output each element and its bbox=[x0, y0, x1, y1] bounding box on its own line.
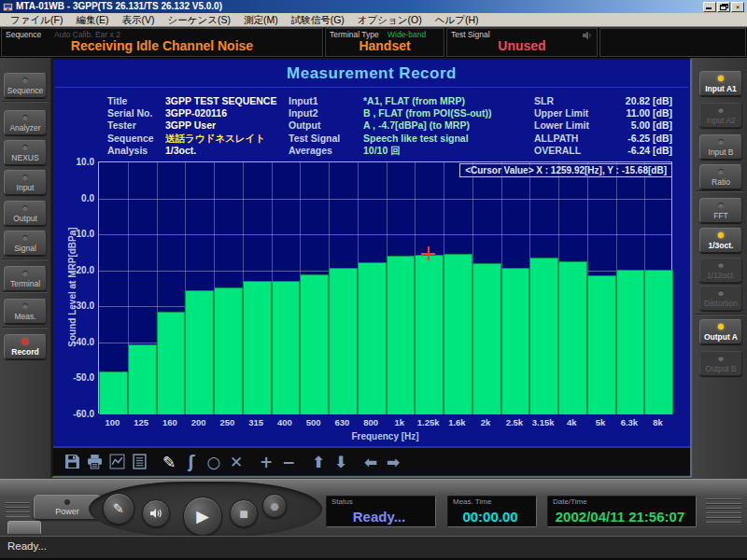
bar-5k[interactable] bbox=[587, 275, 616, 414]
close-button[interactable]: × bbox=[731, 2, 744, 12]
bar-250[interactable] bbox=[214, 287, 243, 414]
led-indicator bbox=[22, 271, 28, 276]
led-indicator bbox=[718, 139, 724, 145]
shift-down-icon[interactable]: ⬇ bbox=[330, 451, 352, 473]
menu-item-5[interactable]: 試験信号(G) bbox=[285, 13, 351, 27]
minimize-button[interactable] bbox=[703, 2, 716, 12]
menu-item-6[interactable]: オプション(O) bbox=[351, 13, 429, 27]
bar-800[interactable] bbox=[358, 262, 387, 414]
freehand-icon[interactable]: ʃ bbox=[180, 451, 203, 473]
sidebar-button-1-12oct-[interactable]: 1/12oct. bbox=[699, 258, 742, 283]
bar-2k[interactable] bbox=[472, 263, 501, 414]
stop-button[interactable]: ■ bbox=[230, 499, 258, 527]
menu-item-2[interactable]: 表示(V) bbox=[115, 13, 161, 27]
sidebar-button-terminal[interactable]: Terminal bbox=[4, 266, 47, 291]
button-label: Signal bbox=[5, 244, 46, 253]
sidebar-button-input-b[interactable]: Input B bbox=[699, 134, 742, 160]
result-row: ALLPATH-6.25 [dB] bbox=[534, 133, 672, 145]
bar-630[interactable] bbox=[329, 268, 358, 414]
header-panels: Sequence Auto Calib. Ear x 2 Receiving I… bbox=[0, 28, 747, 58]
sidebar-button-input-a1[interactable]: Input A1 bbox=[699, 71, 742, 96]
graph-view-icon[interactable] bbox=[106, 451, 128, 473]
vent-grille bbox=[706, 498, 741, 525]
pencil-icon[interactable]: ✎ bbox=[158, 451, 180, 473]
button-label: 1/3oct. bbox=[700, 241, 741, 250]
bar-500[interactable] bbox=[300, 274, 329, 414]
titlebar[interactable]: MTA-01WB - 3GPP(TS 26.131/TS 26.132 V5.0… bbox=[0, 0, 747, 13]
menu-item-3[interactable]: シーケンス(S) bbox=[161, 13, 236, 27]
sequence-value: Receiving Idle Channel Noise bbox=[2, 38, 322, 53]
menu-item-4[interactable]: 測定(M) bbox=[237, 13, 285, 27]
sequence-panel: Sequence Auto Calib. Ear x 2 Receiving I… bbox=[1, 28, 323, 57]
sidebar-button-analyzer[interactable]: Analyzer bbox=[4, 110, 47, 135]
field-value: 1/3oct. bbox=[165, 145, 196, 157]
sidebar-button-nexus[interactable]: NEXUS bbox=[4, 140, 47, 165]
save-icon[interactable] bbox=[61, 451, 83, 473]
sidebar-button-sequence[interactable]: Sequence bbox=[4, 73, 47, 98]
graph-toolbar: ✎ʃ○✕+−⬆⬇⬅➡ bbox=[53, 446, 690, 475]
bar-100[interactable] bbox=[99, 371, 128, 414]
sidebar-button-1-3oct-[interactable]: 1/3oct. bbox=[699, 228, 742, 253]
bar-315[interactable] bbox=[243, 281, 272, 414]
led-indicator bbox=[22, 303, 28, 309]
menu-item-7[interactable]: ヘルプ(H) bbox=[429, 13, 486, 27]
sidebar-button-fft[interactable]: FFT bbox=[699, 198, 742, 223]
speaker-button[interactable] bbox=[142, 499, 170, 527]
y-axis-label: Sound Level at MRP[dBPa] bbox=[67, 185, 78, 390]
test-signal-panel: Test Signal Unused bbox=[446, 28, 598, 57]
sidebar-button-distortion[interactable]: Distortion bbox=[699, 286, 742, 311]
sidebar-button-output-a[interactable]: Output A bbox=[699, 319, 742, 344]
sidebar-button-input[interactable]: Input bbox=[4, 170, 47, 195]
edit-button[interactable]: ✎ bbox=[103, 493, 134, 525]
delete-marker-icon[interactable]: ✕ bbox=[225, 451, 247, 473]
button-label: Sequence bbox=[5, 86, 46, 95]
print-icon[interactable] bbox=[83, 451, 106, 473]
power-led bbox=[64, 499, 70, 505]
button-label: Output bbox=[5, 214, 46, 223]
sidebar-button-output-b[interactable]: Output B bbox=[699, 351, 742, 376]
led-indicator bbox=[22, 145, 28, 150]
field-value: B , FLAT (from POI(SS-out)) bbox=[363, 107, 491, 119]
play-button[interactable]: ▶ bbox=[183, 497, 222, 536]
bar-1k[interactable] bbox=[387, 256, 416, 414]
report-view-icon[interactable] bbox=[128, 451, 150, 473]
restore-button[interactable] bbox=[717, 2, 730, 12]
button-label: Input bbox=[5, 183, 46, 192]
field-value: 11.00 [dB] bbox=[616, 107, 672, 119]
bar-2.5k[interactable] bbox=[501, 268, 530, 414]
field-label: Averages bbox=[289, 145, 363, 157]
sidebar-button-output[interactable]: Output bbox=[4, 201, 47, 226]
led-indicator bbox=[22, 205, 28, 211]
circle-marker-icon[interactable]: ○ bbox=[203, 451, 225, 473]
record-button[interactable]: ● bbox=[262, 494, 287, 518]
bar-1.6k[interactable] bbox=[444, 254, 472, 414]
bar-6.3k[interactable] bbox=[616, 270, 645, 414]
shift-right-icon[interactable]: ➡ bbox=[382, 451, 404, 473]
zoom-out-icon[interactable]: − bbox=[277, 451, 300, 473]
sidebar-button-input-a2[interactable]: Input A2 bbox=[699, 103, 742, 128]
shift-left-icon[interactable]: ⬅ bbox=[359, 451, 382, 473]
sidebar-button-ratio[interactable]: Ratio bbox=[699, 164, 742, 189]
menu-item-1[interactable]: 編集(E) bbox=[69, 13, 115, 27]
button-label: Ratio bbox=[700, 177, 741, 187]
sidebar-button-record[interactable]: Record bbox=[4, 334, 47, 359]
bar-400[interactable] bbox=[272, 281, 301, 414]
sidebar-groove bbox=[2, 291, 49, 293]
zoom-in-icon[interactable]: + bbox=[255, 451, 277, 473]
bar-160[interactable] bbox=[157, 312, 186, 414]
bar-4k[interactable] bbox=[558, 261, 587, 414]
bar-125[interactable] bbox=[128, 344, 157, 414]
shift-up-icon[interactable]: ⬆ bbox=[307, 451, 330, 473]
datetime-label: Date/Time bbox=[553, 497, 587, 506]
field-label: Input2 bbox=[289, 107, 363, 119]
sidebar-button-meas-[interactable]: Meas. bbox=[4, 299, 47, 324]
terminal-type-value: Handset bbox=[326, 38, 444, 53]
bar-200[interactable] bbox=[185, 290, 214, 414]
plot-area[interactable] bbox=[98, 161, 672, 413]
bar-3.15k[interactable] bbox=[529, 258, 558, 414]
bar-8k[interactable] bbox=[644, 270, 673, 414]
sidebar-button-signal[interactable]: Signal bbox=[4, 231, 47, 256]
menu-item-0[interactable]: ファイル(F) bbox=[4, 13, 69, 27]
bar-1.25k[interactable] bbox=[415, 255, 444, 414]
cursor-crosshair[interactable] bbox=[421, 246, 435, 260]
